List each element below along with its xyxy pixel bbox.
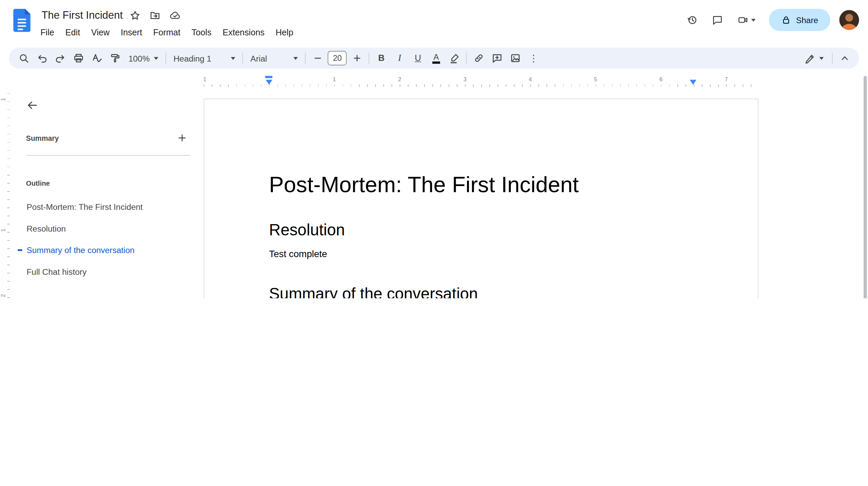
font-size-input[interactable]: 20: [328, 51, 347, 65]
underline-button[interactable]: U: [409, 50, 427, 67]
vertical-ruler[interactable]: 1 1 2 3 4: [0, 93, 10, 298]
menu-bar: File Edit View Insert Format Tools Exten…: [35, 24, 299, 41]
font-value: Arial: [250, 53, 267, 63]
header-actions: Share: [681, 0, 868, 31]
toolbar-divider: [369, 53, 369, 64]
first-line-indent-marker[interactable]: [265, 76, 272, 78]
ruler-number: 5: [592, 77, 599, 83]
outline-item[interactable]: Full Chat history: [18, 261, 190, 283]
ruler-number: 6: [658, 77, 664, 83]
menu-extensions[interactable]: Extensions: [217, 26, 270, 39]
redo-button[interactable]: [51, 50, 69, 67]
menu-insert[interactable]: Insert: [115, 26, 148, 39]
insert-link-button[interactable]: [470, 50, 488, 67]
ruler-number: 2: [0, 293, 6, 298]
document-title[interactable]: The First Incident: [40, 10, 124, 22]
menu-help[interactable]: Help: [270, 26, 299, 39]
move-folder-icon[interactable]: [146, 7, 164, 24]
join-call-button[interactable]: [732, 9, 761, 31]
outline-item[interactable]: Post-Mortem: The First Incident: [18, 196, 190, 218]
outline-item[interactable]: Resolution: [18, 218, 190, 239]
summary-row: Summary: [26, 130, 191, 146]
ruler-number: 1: [202, 77, 208, 83]
font-family-select[interactable]: Arial: [246, 50, 302, 67]
menu-tools[interactable]: Tools: [186, 26, 217, 39]
google-docs-window: The First Incident File Edit View Insert…: [0, 0, 868, 298]
right-indent-marker[interactable]: [690, 80, 697, 85]
version-history-button[interactable]: [681, 9, 703, 31]
docs-logo-icon[interactable]: [13, 9, 30, 34]
horizontal-ruler[interactable]: 1 1 2 3 4 5 6 7: [204, 76, 758, 87]
print-button[interactable]: [69, 50, 88, 67]
zoom-value: 100%: [128, 53, 150, 63]
document-heading-2[interactable]: Summary of the conversation: [269, 284, 694, 298]
text-color-icon: A: [432, 53, 440, 64]
chevron-down-icon: [751, 19, 756, 21]
vertical-scrollbar[interactable]: [864, 76, 867, 298]
document-paragraph[interactable]: Test complete: [269, 248, 694, 262]
menu-edit[interactable]: Edit: [60, 26, 86, 39]
star-button[interactable]: [126, 7, 144, 24]
ruler-number: 3: [462, 77, 468, 83]
ruler-number: 2: [397, 77, 403, 83]
chevron-down-icon: [154, 57, 158, 60]
spell-check-button[interactable]: [87, 50, 106, 67]
toolbar: 100% Heading 1 Arial 20 B I U A: [9, 48, 859, 69]
outline-item[interactable]: Summary of the conversation: [18, 239, 190, 261]
underline-glyph: U: [415, 53, 421, 63]
document-heading-1[interactable]: Post-Mortem: The First Incident: [269, 171, 694, 198]
menu-file[interactable]: File: [35, 26, 60, 39]
ruler-number: 4: [527, 77, 534, 83]
share-button[interactable]: Share: [769, 9, 830, 31]
style-value: Heading 1: [173, 53, 211, 63]
more-options-button[interactable]: ⋮: [524, 50, 543, 67]
toolbar-divider: [305, 53, 306, 64]
cloud-status-icon[interactable]: [166, 7, 184, 24]
document-page[interactable]: Post-Mortem: The First Incident Resoluti…: [204, 99, 758, 298]
paint-format-button[interactable]: [106, 50, 124, 67]
add-comment-button[interactable]: [488, 50, 506, 67]
editing-mode-button[interactable]: [799, 50, 829, 67]
undo-button[interactable]: [33, 50, 51, 67]
hide-menus-button[interactable]: [835, 50, 854, 67]
decrease-font-size-button[interactable]: [309, 50, 327, 67]
outline-list: Post-Mortem: The First Incident Resoluti…: [18, 196, 190, 283]
paragraph-style-select[interactable]: Heading 1: [169, 50, 240, 67]
close-outline-button[interactable]: [22, 95, 42, 115]
zoom-select[interactable]: 100%: [124, 50, 163, 67]
text-color-button[interactable]: A: [427, 50, 445, 67]
outline-label: Outline: [26, 180, 50, 187]
left-indent-marker[interactable]: [266, 80, 273, 85]
menu-view[interactable]: View: [86, 26, 115, 39]
chevron-down-icon: [294, 57, 298, 60]
ruler-number: 1: [0, 97, 6, 102]
toolbar-divider: [832, 53, 833, 64]
divider: [26, 155, 191, 156]
ruler-number: 1: [331, 77, 337, 83]
document-heading-2[interactable]: Resolution: [269, 220, 694, 240]
account-avatar[interactable]: [839, 10, 859, 30]
toolbar-divider: [243, 53, 243, 64]
search-menus-button[interactable]: [14, 50, 33, 67]
insert-image-button[interactable]: [506, 50, 524, 67]
share-label: Share: [796, 15, 818, 25]
menu-format[interactable]: Format: [148, 26, 186, 39]
comments-button[interactable]: [706, 9, 728, 31]
add-summary-button[interactable]: [174, 130, 190, 146]
chevron-down-icon: [231, 57, 236, 60]
app-header: The First Incident File Edit View Insert…: [0, 0, 868, 46]
document-content: Post-Mortem: The First Incident Resoluti…: [204, 99, 758, 298]
italic-glyph: I: [398, 53, 401, 64]
bold-glyph: B: [378, 53, 385, 63]
italic-button[interactable]: I: [390, 50, 409, 67]
ruler-number: 7: [723, 77, 730, 83]
increase-font-size-button[interactable]: [348, 50, 366, 67]
kebab-icon: ⋮: [529, 52, 538, 64]
highlight-color-button[interactable]: [445, 50, 464, 67]
title-block: The First Incident File Edit View Insert…: [40, 0, 299, 41]
bold-button[interactable]: B: [372, 50, 390, 67]
toolbar-divider: [466, 53, 467, 64]
summary-label: Summary: [26, 134, 59, 142]
chevron-down-icon: [819, 57, 824, 60]
ruler-number: 1: [0, 228, 6, 233]
